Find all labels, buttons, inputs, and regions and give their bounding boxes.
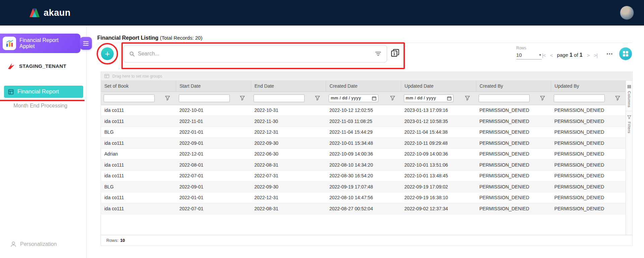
- table-cell: 2022-12-01: [176, 148, 251, 160]
- table-row[interactable]: ida co1112022-07-012022-08-312022-08-27 …: [101, 203, 626, 214]
- page-title: Financial Report Listing (Total Records:…: [97, 35, 202, 41]
- user-avatar[interactable]: [620, 6, 634, 20]
- table-cell: PERMISSION_DENIED: [551, 181, 626, 192]
- table-row[interactable]: BLG2022-01-012022-12-312022-11-04 15:44:…: [101, 127, 626, 138]
- table-header-row: Set of BookStart DateEnd DateCreated Dat…: [101, 81, 626, 91]
- last-page-button[interactable]: >|: [594, 52, 597, 58]
- calendar-icon[interactable]: [372, 96, 376, 100]
- table-cell: PERMISSION_DENIED: [551, 138, 626, 149]
- table-cell: 2022-10-01: [176, 105, 251, 116]
- sidebar-item-financial-report[interactable]: Financial Report: [4, 86, 83, 98]
- column-filter-input[interactable]: [479, 94, 530, 102]
- filter-funnel-icon[interactable]: [465, 96, 470, 101]
- filter-funnel-icon[interactable]: [615, 96, 620, 101]
- filter-cell: [101, 91, 176, 105]
- column-header[interactable]: Created Date: [326, 81, 401, 91]
- table-cell: 2022-09-19 17:07:48: [326, 181, 401, 192]
- sidebar-applet-header[interactable]: Financial Report Applet: [0, 34, 80, 53]
- table-cell: 2022-06-30: [251, 148, 326, 160]
- table-cell: ida co111: [101, 203, 176, 214]
- table-cell: 2022-12-31: [251, 192, 326, 203]
- table-row[interactable]: ida co1112022-11-012022-11-302022-11-03 …: [101, 116, 626, 127]
- rows-label: Rows: [516, 46, 542, 50]
- tenant-label: STAGING_TENANT: [19, 63, 66, 69]
- filter-list-icon[interactable]: [375, 51, 381, 56]
- table-cell: PERMISSION_DENIED: [476, 181, 551, 192]
- financial-report-label: Financial Report: [17, 88, 59, 95]
- applet-label: Financial Report Applet: [19, 37, 70, 50]
- table-row[interactable]: ida co1112022-01-012022-12-312022-08-10 …: [101, 192, 626, 203]
- table-row[interactable]: Adrian2022-12-012022-06-302022-10-09 14:…: [101, 148, 626, 160]
- column-header[interactable]: Updated Date: [401, 81, 476, 91]
- filter-funnel-icon[interactable]: [165, 96, 170, 101]
- date-filter-input[interactable]: mm / dd / yyyy: [404, 94, 453, 102]
- table-cell: 2022-10-01 15:34:48: [326, 138, 401, 149]
- topbar: akaun: [0, 0, 644, 26]
- footer-rows-value: 10: [120, 238, 125, 243]
- search-box: [123, 45, 387, 62]
- table-cell: 2022-09-30: [251, 138, 326, 149]
- table-cell: 2022-01-01: [176, 127, 251, 138]
- table-cell: PERMISSION_DENIED: [476, 170, 551, 181]
- search-input[interactable]: [138, 51, 375, 57]
- column-filter-input[interactable]: [104, 94, 155, 102]
- add-record-button[interactable]: +: [101, 47, 114, 60]
- column-filter-input[interactable]: [179, 94, 230, 102]
- table-row[interactable]: ida co1112022-09-012022-09-302022-10-01 …: [101, 138, 626, 149]
- table-cell: PERMISSION_DENIED: [551, 192, 626, 203]
- table-cell: 2022-10-11 09:29:48: [401, 138, 476, 149]
- table-cell: 2022-07-01: [176, 203, 251, 214]
- svg-text:1: 1: [393, 52, 395, 56]
- date-placeholder: mm / dd / yyyy: [406, 96, 436, 100]
- column-filter-input[interactable]: [554, 94, 605, 102]
- column-header[interactable]: Start Date: [176, 81, 251, 91]
- group-panel-icon: [104, 74, 109, 78]
- next-page-button[interactable]: >: [587, 52, 590, 58]
- tab-filters[interactable]: Filters: [626, 111, 632, 137]
- column-header[interactable]: Updated By: [551, 81, 626, 91]
- sidebar-item-personalization[interactable]: Personalization: [10, 241, 57, 248]
- table-cell: BLG: [101, 127, 176, 138]
- table-cell: ida co111: [101, 170, 176, 181]
- table-cell: 2022-10-01 13:51:06: [401, 160, 476, 171]
- table-cell: ida co111: [101, 116, 176, 127]
- logo-icon: [29, 8, 40, 17]
- column-header[interactable]: Set of Book: [101, 81, 176, 91]
- filter-funnel-icon[interactable]: [390, 96, 395, 101]
- more-options-button[interactable]: ...: [606, 48, 613, 56]
- filter-funnel-icon[interactable]: [240, 96, 245, 101]
- sidebar-item-tenant[interactable]: STAGING_TENANT: [7, 61, 66, 71]
- table-cell: PERMISSION_DENIED: [476, 116, 551, 127]
- table-cell: ida co111: [101, 160, 176, 171]
- column-header[interactable]: End Date: [251, 81, 326, 91]
- table-row[interactable]: BLG2022-09-012022-09-302022-09-19 17:07:…: [101, 181, 626, 192]
- column-filter-input[interactable]: [254, 94, 305, 102]
- pagination: |< < page 1 of 1 > >|: [542, 51, 597, 59]
- tab-columns[interactable]: Columns: [626, 81, 632, 111]
- table-cell: 2022-08-10 14:47:56: [326, 192, 401, 203]
- prev-page-button[interactable]: <: [550, 52, 553, 58]
- calendar-icon[interactable]: [447, 96, 451, 100]
- sidebar-collapse-button[interactable]: [80, 37, 92, 50]
- rows-per-page-select[interactable]: Rows 10 ▾: [516, 46, 542, 59]
- select-page-button[interactable]: 1: [390, 49, 400, 59]
- first-page-button[interactable]: |<: [542, 52, 546, 58]
- table-cell: 2023-01-12 10:58:35: [401, 116, 476, 127]
- sidebar-item-month-end-processing[interactable]: Month End Processing: [13, 103, 67, 109]
- table-cell: 2022-08-31: [251, 160, 326, 171]
- table-row[interactable]: ida co1112022-10-012022-10-312022-10-12 …: [101, 105, 626, 116]
- filter-funnel-icon[interactable]: [315, 96, 320, 101]
- title-divider: [97, 43, 633, 43]
- date-filter-input[interactable]: mm / dd / yyyy: [329, 94, 378, 102]
- row-group-drop-zone[interactable]: Drag here to set row groups: [101, 72, 632, 81]
- table-footer: Rows: 10: [101, 235, 632, 246]
- table-cell: PERMISSION_DENIED: [551, 160, 626, 171]
- column-header[interactable]: Created By: [476, 81, 551, 91]
- table-cell: 2022-10-12 12:02:55: [326, 105, 401, 116]
- grid-view-button[interactable]: [619, 47, 632, 60]
- filter-funnel-icon[interactable]: [540, 96, 545, 101]
- table-cell: ida co111: [101, 138, 176, 149]
- table-body: ida co1112022-10-012022-10-312022-10-12 …: [101, 105, 626, 214]
- table-row[interactable]: ida co1112022-08-012022-08-312022-08-10 …: [101, 160, 626, 171]
- table-row[interactable]: ida co1112022-07-012022-07-312022-08-30 …: [101, 170, 626, 181]
